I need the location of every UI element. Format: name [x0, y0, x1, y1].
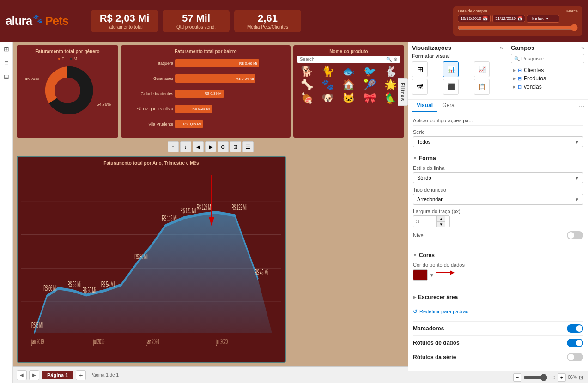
- estilo-dropdown[interactable]: Sólido ▼: [413, 172, 583, 183]
- campos-produtos-label: Produtos: [524, 75, 546, 82]
- rotulos-row: Rótulos de dados: [413, 335, 583, 350]
- svg-text:R$ 80 Mil: R$ 80 Mil: [134, 252, 148, 261]
- topbar: alura 🐾 Pets R$ 2,03 Mi Faturamento tota…: [0, 0, 588, 42]
- largura-spin-up[interactable]: ▲: [437, 216, 445, 221]
- tree-arrow-produtos: ▶: [513, 76, 516, 81]
- product-card-title: Nome do produto: [297, 49, 400, 54]
- color-swatch[interactable]: [413, 269, 428, 281]
- serie-dropdown[interactable]: Todos ▼: [413, 136, 583, 147]
- page-prev-btn[interactable]: ◀: [17, 370, 27, 380]
- right-panel: Visualizações » Formatar visual ⊞ 📊 📈 🗺 …: [408, 42, 588, 383]
- metric-faturamento: R$ 2,03 Mi Faturamento total: [91, 10, 158, 32]
- redefinir-row[interactable]: ↺ Redefinir para padrão: [413, 306, 583, 317]
- serie-label: Série: [413, 129, 583, 135]
- date-range-slider[interactable]: [458, 24, 578, 31]
- product-icon-13: 🐱: [339, 92, 358, 104]
- add-page-button[interactable]: +: [76, 370, 86, 380]
- estilo-chevron-icon: ▼: [575, 175, 579, 180]
- page-next-btn[interactable]: ▶: [29, 370, 39, 380]
- metric-qtd-value: 57 Mil: [171, 12, 221, 24]
- product-icon-5: 🐇: [381, 66, 400, 78]
- viz-icon-card[interactable]: 📋: [474, 79, 490, 95]
- date-filter: Data de compra Marca 18/12/2018 📅 31/12/…: [453, 6, 582, 36]
- color-dropdown-arrow[interactable]: ▼: [430, 273, 434, 278]
- forma-section-header[interactable]: ▼ Forma: [413, 155, 583, 162]
- date-start-input[interactable]: 18/12/2018 📅: [458, 15, 491, 22]
- viz-icon-map[interactable]: 🗺: [412, 79, 428, 95]
- nivel-label: Nível: [413, 233, 424, 238]
- svg-text:jul 2020: jul 2020: [216, 337, 228, 346]
- metric-media-value: 2,61: [242, 12, 293, 24]
- page-tab-1[interactable]: Página 1: [42, 371, 73, 379]
- zoom-slider[interactable]: [523, 374, 556, 381]
- bairro-chart-card: Faturamento total por bairro Itaquera R$…: [121, 45, 291, 138]
- product-icon-2: 🐈: [318, 66, 337, 78]
- nivel-toggle[interactable]: [567, 231, 583, 239]
- viz-icon-bar[interactable]: 📊: [443, 61, 459, 77]
- nav-table-icon[interactable]: ⊟: [4, 73, 9, 80]
- product-icon-6: 🦴: [297, 79, 316, 91]
- brand-filter-label: Marca: [566, 9, 578, 13]
- pie-pct-f: 45,24%: [25, 77, 39, 81]
- zoom-out-btn[interactable]: −: [513, 373, 521, 382]
- toolbar-up-btn[interactable]: ↑: [168, 141, 179, 152]
- viz-icon-scatter[interactable]: ⬛: [443, 79, 459, 95]
- campos-expand-icon[interactable]: »: [581, 45, 584, 51]
- product-icon-4: 🐦: [360, 66, 379, 78]
- redefinir-icon: ↺: [413, 308, 418, 315]
- rotulos-serie-toggle[interactable]: [567, 353, 583, 361]
- forma-arrow-icon: ▼: [413, 156, 417, 161]
- toolbar-expand-btn[interactable]: ⊡: [230, 141, 241, 152]
- svg-text:jul 2019: jul 2019: [93, 337, 104, 346]
- toolbar-down-btn[interactable]: ↓: [180, 141, 191, 152]
- nav-list-icon[interactable]: ≡: [4, 59, 8, 66]
- largura-input[interactable]: [413, 217, 436, 226]
- serie-chevron-icon: ▼: [575, 139, 579, 144]
- toolbar-left-btn[interactable]: ◀: [193, 141, 204, 152]
- toolbar-filter-btn[interactable]: ⊕: [218, 141, 229, 152]
- campos-tree-vendas[interactable]: ▶ ⊞ vendas: [511, 83, 584, 91]
- rotulos-toggle[interactable]: [567, 339, 583, 347]
- metric-media: 2,61 Média Pets/Clientes: [234, 10, 301, 32]
- fit-icon[interactable]: ⊡: [579, 374, 583, 381]
- tab-visual[interactable]: Visual: [412, 100, 437, 112]
- product-icon-1: 🐕: [297, 66, 316, 78]
- campos-search-input[interactable]: [521, 56, 585, 61]
- escurecer-arrow-icon: ▶: [413, 295, 416, 299]
- viz-icon-line[interactable]: 📈: [474, 61, 490, 77]
- largura-spin-down[interactable]: ▼: [437, 221, 445, 227]
- filtros-tab[interactable]: Filtros: [398, 78, 408, 106]
- date-end-input[interactable]: 31/12/2020 📅: [492, 15, 525, 22]
- product-search-bar[interactable]: 🔍 ⚙: [297, 56, 400, 63]
- nav-grid-icon[interactable]: ⊞: [4, 45, 9, 53]
- escurecer-header[interactable]: ▶ Escurecer área: [413, 294, 583, 300]
- juncao-dropdown[interactable]: Arredondar ▼: [413, 194, 583, 205]
- product-filter-icon: ⚙: [394, 57, 398, 62]
- tab-more-icon[interactable]: ···: [579, 102, 584, 109]
- zoom-in-btn[interactable]: +: [558, 373, 566, 382]
- campos-tree-clientes[interactable]: ▶ ⊞ Clientes: [511, 66, 584, 74]
- campos-vendas-label: vendas: [524, 84, 542, 90]
- toolbar-right-btn[interactable]: ▶: [205, 141, 216, 152]
- page-info: Página 1 de 1: [90, 372, 119, 377]
- svg-text:R$ 54 Mil: R$ 54 Mil: [101, 280, 115, 289]
- product-card: Nome do produto 🔍 ⚙ 🐕 🐈 🐟 🐦: [293, 45, 404, 138]
- logo-paw-icon: 🐾: [33, 14, 43, 24]
- viz-expand-icon[interactable]: »: [500, 45, 503, 51]
- juncao-label: Tipo de junção: [413, 187, 583, 192]
- metric-qtd: 57 Mil Qtd produtos vend.: [163, 10, 230, 32]
- campos-tree-produtos[interactable]: ▶ ⊞ Produtos: [511, 74, 584, 83]
- toolbar-more-btn[interactable]: ☰: [242, 141, 254, 152]
- svg-text:jan 2019: jan 2019: [31, 337, 44, 346]
- viz-icon-table[interactable]: ⊞: [412, 61, 428, 77]
- tab-geral[interactable]: Geral: [437, 100, 460, 112]
- calendar-end-icon: 📅: [517, 16, 522, 21]
- product-search-input[interactable]: [300, 57, 386, 62]
- brand-dropdown[interactable]: Todos ▼: [527, 15, 559, 23]
- nivel-row: Nível: [413, 231, 583, 239]
- color-arrow-annotation: [436, 266, 459, 281]
- campos-search-bar[interactable]: 🔍: [511, 54, 584, 63]
- cores-header[interactable]: ▼ Cores: [413, 252, 583, 258]
- marcadores-toggle[interactable]: [567, 324, 583, 333]
- line-chart-title: Faturamento total por Ano, Trimestre e M…: [21, 161, 281, 166]
